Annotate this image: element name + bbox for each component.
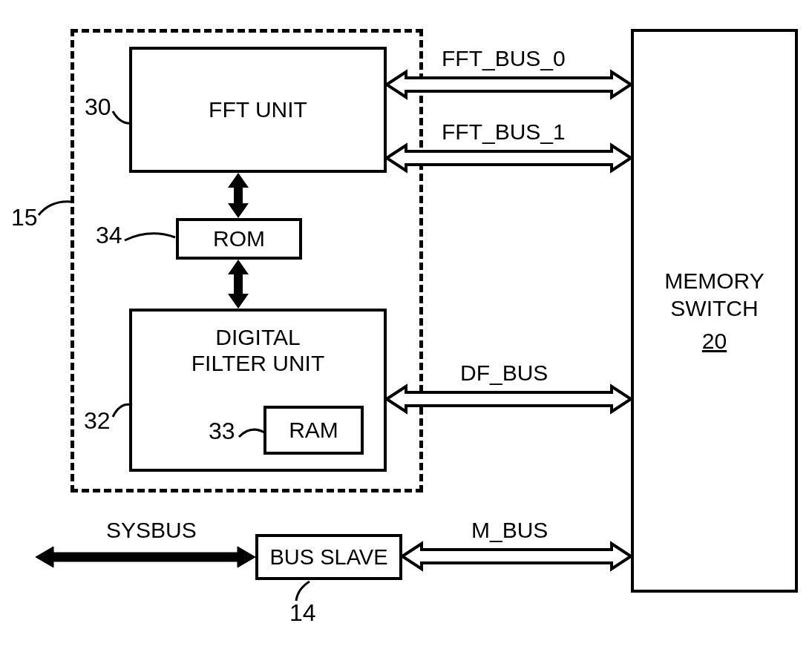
svg-marker-2 — [387, 386, 631, 412]
ref-digital-filter: 32 — [84, 407, 111, 435]
bus-slave-block: BUS SLAVE — [255, 534, 402, 580]
rom-df-arrow — [228, 260, 249, 309]
fft-bus-1-arrow — [387, 145, 631, 171]
m-bus-arrow — [402, 544, 631, 569]
rom-block: ROM — [176, 218, 302, 260]
ram-label: RAM — [289, 418, 338, 443]
ram-block: RAM — [263, 406, 364, 455]
memory-switch-block: MEMORY SWITCH 20 — [631, 29, 798, 593]
fft-unit-label: FFT UNIT — [209, 97, 307, 122]
svg-marker-3 — [402, 544, 631, 569]
fft-bus-0-label: FFT_BUS_0 — [442, 46, 566, 71]
digital-filter-label: DIGITAL FILTER UNIT — [191, 325, 324, 376]
svg-marker-4 — [36, 547, 255, 567]
fft-rom-arrow — [228, 173, 249, 218]
svg-marker-6 — [228, 260, 249, 309]
svg-marker-1 — [387, 145, 631, 171]
bus-slave-label: BUS SLAVE — [269, 545, 387, 570]
memory-switch-label-1: MEMORY — [664, 267, 764, 295]
ref-group: 15 — [11, 204, 38, 231]
svg-marker-0 — [387, 72, 631, 97]
sysbus-label: SYSBUS — [106, 518, 197, 543]
ref-ram: 33 — [209, 418, 235, 445]
svg-marker-5 — [228, 173, 249, 218]
fft-bus-1-label: FFT_BUS_1 — [442, 119, 566, 145]
df-bus-arrow — [387, 386, 631, 412]
sysbus-arrow — [36, 547, 255, 567]
df-bus-label: DF_BUS — [460, 360, 548, 386]
ref-fft-unit: 30 — [85, 93, 111, 121]
ref-rom: 34 — [96, 222, 122, 249]
m-bus-label: M_BUS — [471, 518, 548, 543]
memory-switch-label-2: SWITCH — [670, 294, 758, 323]
rom-label: ROM — [213, 226, 265, 251]
memory-switch-ref: 20 — [702, 327, 727, 355]
fft-bus-0-arrow — [387, 72, 631, 97]
diagram-canvas: FFT UNIT ROM DIGITAL FILTER UNIT RAM BUS… — [0, 0, 812, 649]
fft-unit-block: FFT UNIT — [129, 47, 387, 173]
ref-bus-slave: 14 — [289, 599, 316, 627]
